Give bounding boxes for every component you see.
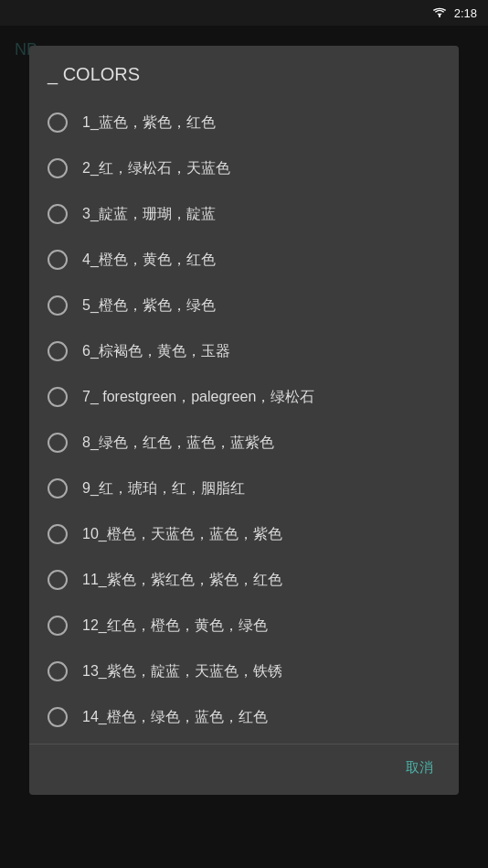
color-option-label: 6_棕褐色，黄色，玉器 [82,342,230,361]
color-option-label: 12_红色，橙色，黄色，绿色 [82,616,268,636]
radio-button[interactable] [48,387,68,407]
color-option-label: 14_橙色，绿色，蓝色，红色 [82,708,268,727]
color-option-label: 2_红，绿松石，天蓝色 [82,159,230,178]
wifi-icon [432,7,447,18]
radio-button[interactable] [48,341,68,361]
radio-button[interactable] [48,433,68,453]
radio-button[interactable] [48,661,68,681]
color-option-label: 1_蓝色，紫色，红色 [82,113,216,133]
list-item[interactable]: 14_橙色，绿色，蓝色，红色 [29,694,459,740]
color-list[interactable]: 1_蓝色，紫色，红色2_红，绿松石，天蓝色3_靛蓝，珊瑚，靛蓝4_橙色，黄色，红… [29,96,459,744]
dialog-actions: 取消 [29,744,459,795]
list-item[interactable]: 2_红，绿松石，天蓝色 [29,145,459,191]
list-item[interactable]: 3_靛蓝，珊瑚，靛蓝 [29,191,459,237]
list-item[interactable]: 8_绿色，红色，蓝色，蓝紫色 [29,420,459,466]
radio-button[interactable] [48,113,68,133]
radio-button[interactable] [48,250,68,270]
color-option-label: 11_紫色，紫红色，紫色，红色 [82,571,282,590]
radio-button[interactable] [48,295,68,316]
list-item[interactable]: 9_红，琥珀，红，胭脂红 [29,466,459,511]
cancel-button[interactable]: 取消 [395,752,444,784]
list-item[interactable]: 5_橙色，紫色，绿色 [29,283,459,328]
radio-button[interactable] [48,707,68,727]
status-bar: 2:18 [0,0,488,26]
list-item[interactable]: 13_紫色，靛蓝，天蓝色，铁锈 [29,648,459,694]
color-picker-dialog: _ COLORS 1_蓝色，紫色，红色2_红，绿松石，天蓝色3_靛蓝，珊瑚，靛蓝… [29,46,459,795]
svg-point-1 [439,16,440,17]
dialog-title: _ COLORS [29,46,459,96]
list-item[interactable]: 11_紫色，紫红色，紫色，红色 [29,557,459,603]
color-option-label: 13_紫色，靛蓝，天蓝色，铁锈 [82,662,282,681]
radio-button[interactable] [48,616,68,636]
color-option-label: 10_橙色，天蓝色，蓝色，紫色 [82,525,282,544]
radio-button[interactable] [48,524,68,544]
radio-button[interactable] [48,204,68,224]
status-time: 2:18 [454,6,477,20]
radio-button[interactable] [48,570,68,590]
list-item[interactable]: 1_蓝色，紫色，红色 [29,100,459,145]
radio-button[interactable] [48,478,68,498]
color-option-label: 5_橙色，紫色，绿色 [82,296,216,316]
list-item[interactable]: 12_红色，橙色，黄色，绿色 [29,603,459,648]
color-option-label: 4_橙色，黄色，红色 [82,251,216,270]
list-item[interactable]: 6_棕褐色，黄色，玉器 [29,328,459,374]
color-option-label: 3_靛蓝，珊瑚，靛蓝 [82,205,216,224]
color-option-label: 9_红，琥珀，红，胭脂红 [82,479,245,498]
list-item[interactable]: 7_ forestgreen，palegreen，绿松石 [29,374,459,420]
color-option-label: 8_绿色，红色，蓝色，蓝紫色 [82,434,274,453]
radio-button[interactable] [48,158,68,178]
color-option-label: 7_ forestgreen，palegreen，绿松石 [82,388,314,407]
list-item[interactable]: 10_橙色，天蓝色，蓝色，紫色 [29,511,459,557]
list-item[interactable]: 4_橙色，黄色，红色 [29,237,459,283]
